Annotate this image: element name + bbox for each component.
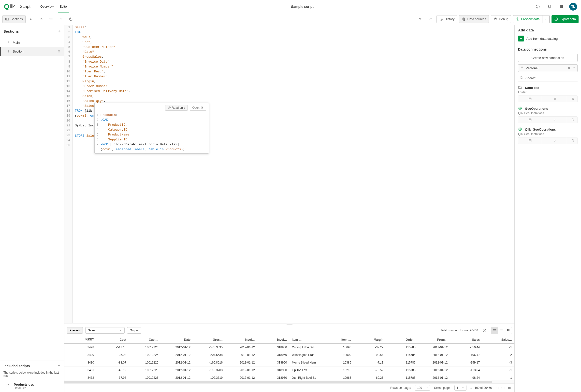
included-script-item[interactable]: Products.qvs DataFiles (0, 380, 64, 392)
script-file-icon (4, 382, 11, 390)
select-page-select[interactable]: 1 (454, 385, 466, 391)
svg-rect-33 (529, 98, 531, 100)
help-toolbar-icon[interactable] (67, 15, 75, 23)
table-row[interactable]: 3431-43.12100122262012-01-12-118.3703201… (64, 367, 514, 374)
drag-handle-icon[interactable]: ⋮⋮ (4, 41, 10, 44)
sections-button[interactable]: Sections (2, 15, 26, 23)
tab-editor[interactable]: Editor (56, 0, 71, 13)
included-scripts-header[interactable]: Included scripts (0, 361, 64, 371)
last-page-icon[interactable]: ⏭ (508, 386, 511, 390)
outdent-icon[interactable] (57, 15, 65, 23)
include-preview-popup: Read only Open 12345678 Products:LOAD Pr… (94, 103, 209, 154)
search-icon[interactable] (28, 15, 36, 23)
column-header[interactable]: Date (161, 336, 193, 344)
delete-icon[interactable] (568, 138, 577, 144)
search-input[interactable] (526, 76, 576, 80)
column-header[interactable]: %KEY (64, 336, 96, 344)
table-row[interactable]: 3430-88.07100122262012-01-12-165.8016201… (64, 359, 514, 367)
column-header[interactable]: Invoi… (257, 336, 290, 344)
column-header[interactable]: Sales (450, 336, 482, 344)
clear-icon[interactable]: ✕ (568, 66, 570, 70)
svg-rect-22 (201, 107, 202, 108)
code-editor[interactable]: 1234567891011121314151617181920212223242… (64, 25, 514, 323)
open-include-button[interactable]: Open (190, 105, 206, 111)
svg-rect-10 (562, 7, 563, 8)
next-page-icon[interactable]: › (504, 386, 506, 390)
export-data-button[interactable]: Export data (552, 15, 579, 23)
column-header[interactable]: Gros… (193, 336, 225, 344)
table-row[interactable]: 3432-37.98100122262012-01-12-102.3319201… (64, 374, 514, 380)
column-header[interactable]: Sales… (482, 336, 514, 344)
total-rows-label: Total number of rows: 96466 (441, 329, 478, 332)
column-header[interactable]: Item … (322, 336, 354, 344)
preview-data-dropdown[interactable] (542, 15, 550, 23)
column-header[interactable]: Prom… (418, 336, 450, 344)
edit-connection-icon[interactable] (568, 96, 577, 102)
svg-point-15 (71, 20, 71, 20)
output-tab[interactable]: Output (127, 327, 141, 334)
prev-page-icon[interactable]: ‹ (501, 386, 502, 390)
undo-icon[interactable] (417, 15, 425, 23)
svg-rect-25 (493, 330, 496, 330)
delete-icon[interactable] (568, 117, 577, 123)
add-from-catalog-button[interactable]: + Add from data catalog (518, 35, 578, 42)
data-sources-button[interactable]: Data sources (459, 15, 489, 23)
table-row[interactable]: 3428-513.15100122262012-01-12-573.383520… (64, 344, 514, 351)
insert-script-icon[interactable] (544, 96, 567, 102)
trash-icon[interactable] (57, 49, 61, 53)
select-page-label: Select page: (434, 386, 450, 390)
first-page-icon[interactable]: ⏮ (496, 386, 499, 390)
preview-data-button[interactable]: Preview data (513, 15, 542, 23)
preview-tab[interactable]: Preview (67, 327, 83, 334)
debug-button[interactable]: Debug (491, 15, 511, 23)
rows-per-page-select[interactable]: 100 (415, 385, 430, 391)
history-button[interactable]: History (436, 15, 457, 23)
connection-search (518, 74, 578, 81)
view-grid-icon[interactable] (505, 327, 512, 334)
section-item-section[interactable]: ⋮⋮ Section (0, 47, 64, 56)
edit-icon[interactable] (544, 138, 567, 144)
view-table-icon[interactable] (491, 327, 498, 334)
tab-overview[interactable]: Overview (37, 0, 56, 13)
svg-point-32 (520, 77, 522, 79)
column-header[interactable]: Item … (289, 336, 322, 344)
help-icon[interactable] (534, 3, 542, 10)
column-header[interactable]: Orde… (386, 336, 418, 344)
svg-rect-4 (562, 5, 563, 6)
select-data-icon[interactable] (518, 138, 542, 144)
view-list-icon[interactable] (498, 327, 505, 334)
sections-heading: Sections (4, 29, 19, 33)
horizontal-scrollbar[interactable] (64, 380, 514, 384)
notification-icon[interactable] (546, 3, 554, 10)
svg-rect-28 (508, 329, 510, 330)
add-section-button[interactable]: + (58, 28, 61, 34)
info-icon[interactable] (480, 327, 488, 334)
column-header[interactable]: Cust… (129, 336, 161, 344)
logo[interactable]: Qlik (4, 3, 15, 10)
edit-icon[interactable] (544, 117, 567, 123)
table-select[interactable]: Sales (85, 327, 124, 334)
svg-rect-37 (529, 119, 531, 121)
svg-rect-8 (560, 7, 560, 8)
column-header[interactable]: Cost (96, 336, 129, 344)
chevron-down-icon[interactable] (572, 66, 575, 70)
comment-icon[interactable] (37, 15, 45, 23)
indent-icon[interactable] (47, 15, 55, 23)
apps-icon[interactable] (558, 3, 565, 10)
svg-rect-30 (508, 330, 510, 331)
create-connection-button[interactable]: Create new connection (518, 54, 578, 62)
avatar[interactable]: TL (569, 3, 577, 10)
section-item-main[interactable]: ⋮⋮ Main (0, 38, 64, 47)
drag-handle-icon[interactable]: ⋮⋮ (4, 50, 10, 53)
svg-point-31 (522, 66, 523, 68)
select-data-icon[interactable] (518, 96, 542, 102)
redo-icon[interactable] (427, 15, 434, 23)
table-row[interactable]: 3429-105.93100122262012-01-12-204.663820… (64, 351, 514, 359)
column-header[interactable]: Margin (354, 336, 386, 344)
svg-rect-2 (560, 5, 560, 6)
select-data-icon[interactable] (518, 117, 542, 123)
column-header[interactable]: Invoi… (225, 336, 257, 344)
page-title: Sample script (71, 5, 534, 8)
pagination-footer: Rows per page: 100 Select page: 1 1 - 10… (64, 384, 514, 392)
space-select[interactable]: Personal ✕ (518, 64, 578, 72)
